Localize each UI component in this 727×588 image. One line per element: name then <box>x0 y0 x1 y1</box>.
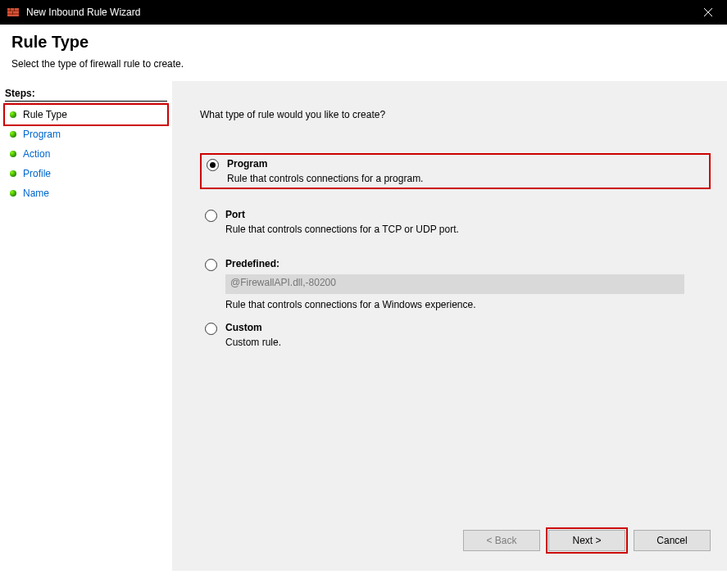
option-predefined[interactable]: Predefined: @FirewallAPI.dll,-80200 Rule… <box>200 255 711 314</box>
predefined-dropdown[interactable]: @FirewallAPI.dll,-80200 <box>225 274 684 294</box>
question-text: What type of rule would you like to crea… <box>200 109 711 120</box>
next-button[interactable]: Next > <box>548 530 625 551</box>
step-bullet-icon <box>10 190 16 197</box>
step-profile[interactable]: Profile <box>5 164 167 183</box>
step-label: Action <box>23 148 50 160</box>
radio-program[interactable] <box>207 159 219 171</box>
back-button: < Back <box>463 530 540 551</box>
page-title: Rule Type <box>11 33 716 52</box>
option-title: Program <box>227 158 704 170</box>
step-bullet-icon <box>10 170 16 177</box>
window-title: New Inbound Rule Wizard <box>26 7 689 18</box>
option-custom-text: Custom Custom rule. <box>225 322 706 348</box>
step-bullet-icon <box>10 151 16 157</box>
radio-port[interactable] <box>205 210 217 222</box>
page-subtitle: Select the type of firewall rule to crea… <box>11 58 716 70</box>
close-button[interactable] <box>689 0 727 25</box>
option-desc: Rule that controls connections for a pro… <box>227 173 704 184</box>
step-label: Name <box>23 188 49 199</box>
svg-rect-3 <box>7 15 19 16</box>
option-program-text: Program Rule that controls connections f… <box>227 158 704 184</box>
step-action[interactable]: Action <box>5 144 167 164</box>
wizard-body: Steps: Rule Type Program Action Profile … <box>0 81 727 571</box>
main-panel: What type of rule would you like to crea… <box>172 81 727 571</box>
step-bullet-icon <box>10 131 16 138</box>
option-title: Custom <box>225 322 706 333</box>
step-bullet-icon <box>10 111 16 118</box>
option-desc: Rule that controls connections for a Win… <box>225 299 706 310</box>
firewall-icon <box>7 6 20 19</box>
step-name[interactable]: Name <box>5 183 167 203</box>
option-desc: Rule that controls connections for a TCP… <box>225 224 706 235</box>
svg-rect-6 <box>12 11 13 15</box>
option-port-text: Port Rule that controls connections for … <box>225 209 706 235</box>
steps-sidebar: Steps: Rule Type Program Action Profile … <box>0 81 172 571</box>
step-label: Rule Type <box>23 109 67 120</box>
step-rule-type[interactable]: Rule Type <box>3 103 169 126</box>
svg-rect-1 <box>7 8 19 10</box>
option-title: Port <box>225 209 706 220</box>
titlebar: New Inbound Rule Wizard <box>0 0 727 25</box>
cancel-button[interactable]: Cancel <box>634 530 711 551</box>
step-program[interactable]: Program <box>5 124 167 144</box>
step-label: Profile <box>23 168 51 179</box>
wizard-header: Rule Type Select the type of firewall ru… <box>0 25 727 81</box>
radio-predefined[interactable] <box>205 259 217 271</box>
option-port[interactable]: Port Rule that controls connections for … <box>200 206 711 238</box>
step-label: Program <box>23 129 61 140</box>
option-custom[interactable]: Custom Custom rule. <box>200 319 711 351</box>
option-desc: Custom rule. <box>225 337 706 348</box>
wizard-buttons: < Back Next > Cancel <box>463 530 711 551</box>
svg-rect-4 <box>10 8 11 11</box>
option-predefined-text: Predefined: @FirewallAPI.dll,-80200 Rule… <box>225 258 706 310</box>
steps-label: Steps: <box>5 88 167 102</box>
radio-custom[interactable] <box>205 323 217 335</box>
svg-rect-5 <box>14 8 15 11</box>
option-title: Predefined: <box>225 258 706 269</box>
option-program[interactable]: Program Rule that controls connections f… <box>200 153 711 189</box>
close-icon <box>704 8 712 16</box>
